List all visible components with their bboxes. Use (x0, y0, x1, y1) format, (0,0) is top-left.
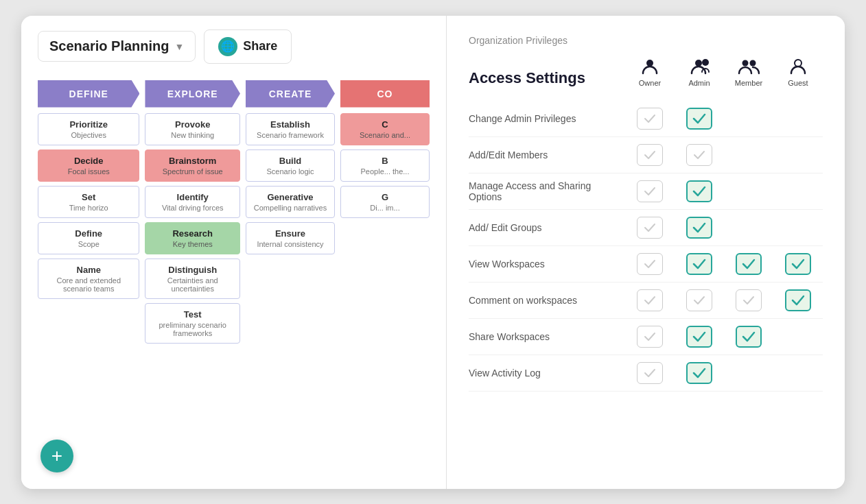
scenario-card[interactable]: PrioritizeObjectives (38, 113, 139, 145)
access-row-label: Share Workspaces (469, 331, 625, 342)
scenario-card[interactable]: DecideFocal issues (38, 149, 139, 182)
scenario-card[interactable]: SetTime horizo (38, 186, 139, 218)
check-cell (773, 217, 823, 239)
card-title: Name (45, 265, 132, 275)
guest-icon (788, 57, 808, 76)
scenario-card[interactable]: BuildScenario logic (246, 149, 335, 182)
scenario-card[interactable]: EstablishScenario framework (246, 113, 335, 145)
card-subtitle: Internal consistency (253, 240, 327, 248)
access-row: Change Admin Privileges (469, 101, 823, 137)
card-title: C (348, 119, 422, 130)
check-cell (773, 144, 823, 166)
scenario-card[interactable]: DistinguishCertainties and uncertainties (145, 259, 240, 299)
card-subtitle: Time horizo (45, 204, 132, 212)
check-empty[interactable] (637, 108, 663, 130)
check-cell (625, 144, 675, 166)
check-cell (625, 180, 675, 202)
role-column-owner: Owner (625, 57, 675, 87)
right-panel: Organization Privileges Access Settings … (447, 16, 845, 489)
scenario-card[interactable]: NameCore and extended scenario teams (38, 259, 139, 299)
check-empty[interactable] (686, 144, 712, 166)
role-columns: Owner Admin Member Guest (625, 57, 823, 87)
card-subtitle: Scenario logic (253, 167, 327, 176)
check-filled[interactable] (686, 253, 712, 275)
card-subtitle: Core and extended scenario teams (45, 276, 132, 293)
card-title: Prioritize (45, 119, 132, 130)
check-filled[interactable] (785, 253, 811, 275)
check-empty[interactable] (637, 326, 663, 348)
check-filled[interactable] (736, 253, 762, 275)
scenario-card[interactable]: BrainstormSpectrum of issue (145, 149, 240, 182)
plus-button[interactable]: + (40, 440, 73, 472)
scenario-card[interactable]: CScenario and... (340, 113, 430, 145)
card-title: Ensure (253, 228, 327, 239)
role-name: Owner (639, 79, 661, 87)
check-filled[interactable] (686, 108, 712, 130)
role-column-member: Member (724, 57, 773, 87)
scenario-card[interactable]: GenerativeCompelling narratives (246, 186, 335, 218)
scenario-card[interactable]: EnsureInternal consistency (246, 222, 335, 254)
check-filled[interactable] (686, 180, 712, 202)
check-cell (625, 289, 675, 311)
check-cell (773, 253, 823, 275)
card-title: G (348, 192, 422, 202)
check-filled[interactable] (736, 326, 762, 348)
check-filled[interactable] (785, 289, 811, 311)
access-row: Add/Edit Members (469, 137, 823, 173)
check-empty[interactable] (637, 217, 663, 239)
access-header: Access Settings Owner Admin Member Guest (469, 57, 823, 87)
scenario-card[interactable]: Testpreliminary scenario frameworks (145, 303, 240, 344)
card-subtitle: People... the... (348, 167, 422, 176)
card-title: Provoke (152, 119, 233, 130)
check-cell (625, 326, 675, 348)
check-cell (675, 144, 724, 166)
check-cell (625, 108, 675, 130)
header-bar: Scenario Planning ▼ 🌐 Share (38, 29, 430, 64)
main-container: Scenario Planning ▼ 🌐 Share DEFINEPriori… (21, 16, 845, 489)
check-cell (675, 326, 724, 348)
access-row: Manage Access and Sharing Options (469, 173, 823, 210)
title-dropdown[interactable]: Scenario Planning ▼ (38, 31, 196, 62)
card-title: B (348, 156, 422, 166)
check-empty[interactable] (637, 362, 663, 384)
scenario-card[interactable]: ResearchKey themes (145, 222, 240, 254)
check-filled[interactable] (686, 362, 712, 384)
share-button[interactable]: 🌐 Share (204, 29, 292, 64)
check-filled[interactable] (686, 217, 712, 239)
check-empty[interactable] (736, 289, 762, 311)
check-filled[interactable] (686, 326, 712, 348)
check-empty[interactable] (637, 144, 663, 166)
card-title: Brainstorm (152, 156, 233, 166)
check-cells (625, 326, 823, 348)
svg-point-0 (646, 60, 653, 67)
check-empty[interactable] (637, 180, 663, 202)
scenario-card[interactable]: ProvokeNew thinking (145, 113, 240, 145)
check-empty[interactable] (637, 289, 663, 311)
card-subtitle: Spectrum of issue (152, 167, 233, 176)
check-cells (625, 144, 823, 166)
scenario-column: COCScenario and...BPeople... the...GDi..… (340, 80, 430, 475)
scenario-card[interactable]: DefineScope (38, 222, 139, 254)
card-title: Build (253, 156, 327, 166)
access-settings-label: Access Settings (469, 69, 625, 87)
check-cell (724, 362, 773, 384)
check-cell (773, 326, 823, 348)
scenario-card[interactable]: IdentifyVital driving forces (145, 186, 240, 218)
scenario-card[interactable]: GDi... im... (340, 186, 430, 218)
card-subtitle: Certainties and uncertainties (152, 276, 233, 293)
check-cell (675, 217, 724, 239)
scenario-card[interactable]: BPeople... the... (340, 149, 430, 182)
card-subtitle: Scenario framework (253, 131, 327, 139)
scenario-area: DEFINEPrioritizeObjectivesDecideFocal is… (38, 80, 430, 475)
svg-point-2 (702, 59, 709, 66)
access-row-label: Comment on workspaces (469, 295, 625, 306)
check-cell (724, 253, 773, 275)
check-cells (625, 253, 823, 275)
check-empty[interactable] (686, 289, 712, 311)
svg-point-5 (795, 60, 801, 67)
card-subtitle: Focal issues (45, 167, 132, 176)
card-title: Establish (253, 119, 327, 130)
check-empty[interactable] (637, 253, 663, 275)
chevron-down-icon: ▼ (174, 41, 184, 52)
card-title: Distinguish (152, 265, 233, 275)
